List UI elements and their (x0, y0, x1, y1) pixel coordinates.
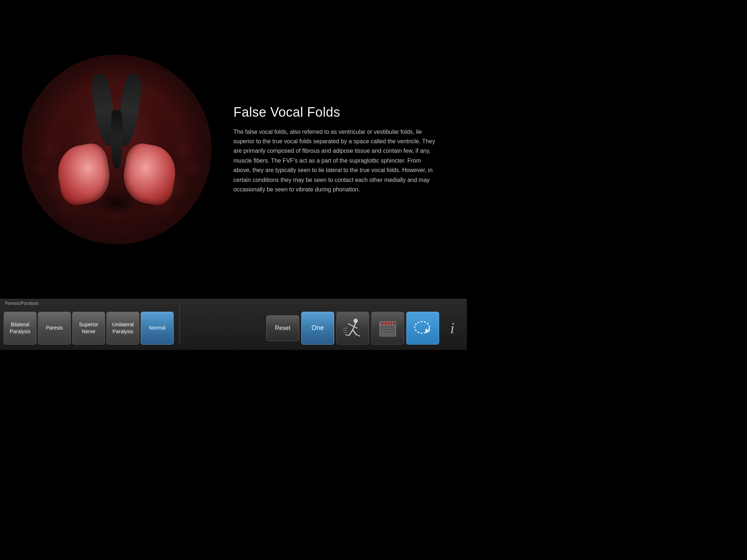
article-body: The false vocal folds, also referred to … (233, 127, 438, 195)
bottom-toolbar: Paresis/Paralysis BilateralParalysis Par… (0, 299, 467, 350)
right-controls: Reset One (266, 309, 463, 347)
svg-line-5 (353, 330, 356, 335)
annotation-icon (412, 317, 434, 339)
runner-icon-button[interactable] (336, 312, 369, 345)
content-area: False Vocal Folds The false vocal folds,… (0, 0, 467, 299)
clapboard-icon (377, 317, 399, 339)
paresis-button[interactable]: Paresis (38, 312, 71, 345)
one-button[interactable]: One (301, 312, 334, 345)
info-icon: i (450, 319, 454, 337)
normal-button[interactable]: Normal (141, 312, 174, 345)
superior-nerve-button[interactable]: SuperiorNerve (72, 312, 105, 345)
vocal-anatomy-image (22, 55, 212, 244)
runner-icon (342, 317, 364, 339)
image-section (15, 47, 219, 252)
arytenoid-shadow (98, 192, 135, 214)
svg-line-2 (348, 324, 353, 326)
annotation-icon-button[interactable] (406, 312, 439, 345)
svg-line-4 (349, 330, 353, 335)
app-container: False Vocal Folds The false vocal folds,… (0, 0, 467, 350)
reset-button[interactable]: Reset (266, 315, 299, 341)
svg-line-6 (345, 335, 349, 335)
divider (179, 305, 180, 344)
svg-line-7 (356, 335, 360, 336)
unilateral-paralysis-button[interactable]: UnilateralParalysis (107, 312, 139, 345)
clapboard-icon-button[interactable] (371, 312, 404, 345)
svg-point-0 (353, 319, 358, 323)
text-section: False Vocal Folds The false vocal folds,… (219, 97, 452, 202)
bilateral-paralysis-button[interactable]: BilateralParalysis (4, 312, 36, 345)
svg-rect-11 (380, 324, 396, 336)
article-title: False Vocal Folds (233, 105, 438, 120)
vocal-fold-area (55, 134, 179, 214)
info-button[interactable]: i (441, 312, 463, 345)
section-label: Paresis/Paralysis (5, 301, 39, 306)
condition-buttons: BilateralParalysis Paresis SuperiorNerve… (4, 309, 174, 347)
